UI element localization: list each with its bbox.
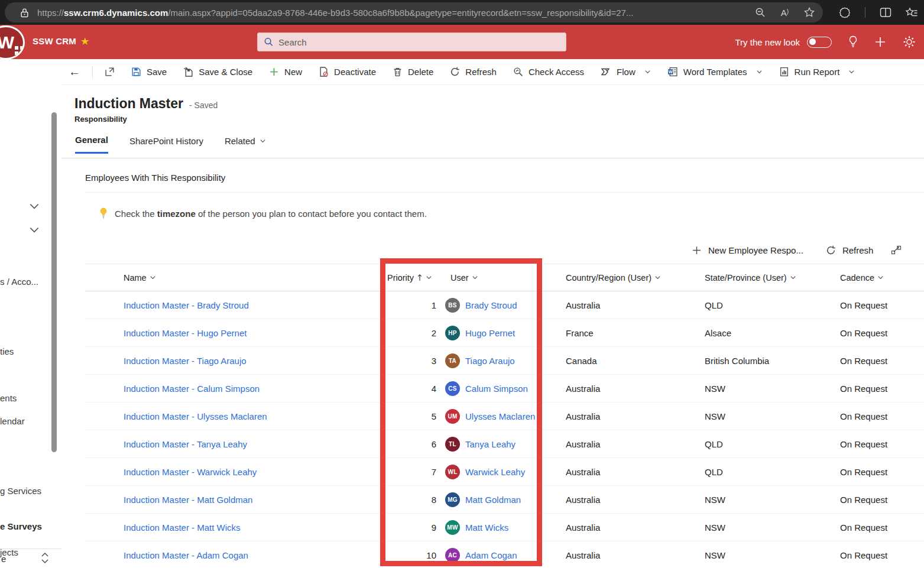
- refresh-icon: [450, 67, 460, 77]
- record-name-link[interactable]: Induction Master - Matt Wicks: [124, 522, 241, 533]
- table-row: Induction Master - Tiago Araujo 3 TA Tia…: [85, 347, 924, 375]
- state-value: QLD: [701, 467, 837, 477]
- user-link[interactable]: Matt Goldman: [465, 495, 521, 505]
- entity-label: Responsibility: [74, 115, 127, 124]
- area-switcher-label[interactable]: e: [1, 554, 6, 564]
- back-button[interactable]: ←: [61, 65, 89, 79]
- table-row: Induction Master - Calum Simpson 4 CS Ca…: [85, 375, 924, 403]
- record-name-link[interactable]: Induction Master - Ulysses Maclaren: [124, 411, 267, 421]
- chevron-down-icon: [644, 69, 651, 75]
- sidebar-scrollbar[interactable]: [51, 112, 57, 452]
- table-row: Induction Master - Tanya Leahy 6 TL Tany…: [85, 430, 924, 458]
- delete-button[interactable]: Delete: [384, 59, 442, 85]
- priority-value: 6: [378, 439, 437, 449]
- table-row: Induction Master - Ulysses Maclaren 5 UM…: [85, 403, 924, 430]
- record-name-link[interactable]: Induction Master - Hugo Pernet: [124, 328, 247, 338]
- country-value: Australia: [562, 439, 701, 449]
- command-label: Word Templates: [683, 67, 747, 77]
- sidebar-item[interactable]: lendar: [0, 416, 25, 426]
- new-look-toggle[interactable]: [807, 37, 832, 48]
- ssw-logo[interactable]: W: [0, 25, 25, 60]
- split-screen-icon[interactable]: [880, 7, 891, 18]
- sidebar-item[interactable]: s / Acco...: [0, 277, 38, 287]
- record-name-link[interactable]: Induction Master - Matt Goldman: [124, 495, 252, 505]
- chevron-down-icon[interactable]: [28, 223, 41, 236]
- user-link[interactable]: Tiago Araujo: [465, 356, 515, 366]
- refresh-button[interactable]: Refresh: [442, 59, 505, 85]
- expand-grid-icon[interactable]: [891, 245, 902, 255]
- command-label: Save: [147, 67, 167, 77]
- check-access-button[interactable]: Check Access: [505, 59, 592, 85]
- user-link[interactable]: Hugo Pernet: [465, 328, 515, 338]
- search-icon: [264, 37, 274, 47]
- user-avatar: BS: [445, 298, 460, 313]
- section-title: Employees With This Responsibility: [85, 173, 225, 183]
- command-label: New: [284, 67, 302, 77]
- sidebar-item[interactable]: g Services: [0, 486, 41, 496]
- column-header-cadence[interactable]: Cadence: [837, 273, 924, 283]
- record-name-link[interactable]: Induction Master - Adam Cogan: [124, 550, 248, 560]
- record-name-link[interactable]: Induction Master - Tiago Araujo: [124, 356, 247, 366]
- user-avatar: CS: [445, 381, 460, 396]
- favorites-bar-icon[interactable]: [906, 7, 918, 18]
- form-tabs: General SharePoint History Related: [75, 135, 266, 154]
- employees-subgrid: Name Priority User Country/Region (User)…: [85, 264, 924, 568]
- user-link[interactable]: Brady Stroud: [465, 300, 517, 310]
- star-icon: ★: [81, 36, 89, 46]
- deactivate-button[interactable]: Deactivate: [310, 59, 384, 85]
- subgrid-refresh-button[interactable]: Refresh: [826, 245, 874, 255]
- search-input[interactable]: [278, 37, 560, 47]
- tab-sharepoint-history[interactable]: SharePoint History: [129, 135, 203, 154]
- lightbulb-icon[interactable]: [848, 35, 858, 48]
- column-header-priority[interactable]: Priority: [378, 273, 437, 283]
- chevron-down-icon[interactable]: [28, 200, 41, 213]
- popout-icon[interactable]: [96, 67, 123, 77]
- favorite-star-icon[interactable]: [804, 7, 815, 18]
- command-label: Run Report: [795, 67, 840, 77]
- new-employee-responsibility-button[interactable]: New Employee Respo...: [692, 245, 803, 255]
- new-button[interactable]: New: [261, 59, 310, 85]
- app-name[interactable]: SSW CRM★: [33, 36, 89, 47]
- user-link[interactable]: Tanya Leahy: [465, 439, 516, 449]
- area-switcher-icon[interactable]: [39, 551, 51, 565]
- gear-icon[interactable]: [903, 35, 916, 48]
- sidebar-item[interactable]: ties: [0, 346, 14, 356]
- state-value: British Columbia: [701, 356, 837, 366]
- priority-value: 1: [378, 300, 437, 310]
- sidebar-item[interactable]: ents: [0, 393, 17, 403]
- tab-related[interactable]: Related: [225, 135, 266, 154]
- column-header-country[interactable]: Country/Region (User): [562, 273, 701, 283]
- run-report-button[interactable]: Run Report: [771, 59, 864, 85]
- word-templates-button[interactable]: WWord Templates: [659, 59, 771, 85]
- user-link[interactable]: Adam Cogan: [465, 550, 517, 560]
- priority-value: 2: [378, 328, 437, 338]
- user-link[interactable]: Ulysses Maclaren: [465, 411, 535, 421]
- read-aloud-icon[interactable]: A): [781, 8, 789, 18]
- user-link[interactable]: Matt Wicks: [465, 522, 508, 533]
- user-link[interactable]: Warwick Leahy: [465, 467, 525, 477]
- table-header-row: Name Priority User Country/Region (User)…: [85, 264, 924, 291]
- lightbulb-icon: [99, 207, 108, 219]
- column-header-state[interactable]: State/Province (User): [701, 273, 837, 283]
- save-and-close-button[interactable]: Save & Close: [175, 59, 261, 85]
- extensions-icon[interactable]: [839, 7, 851, 18]
- flow-button[interactable]: Flow: [592, 59, 659, 85]
- chevron-down-icon: [848, 69, 855, 75]
- sidebar-item[interactable]: e Surveys: [0, 521, 42, 531]
- table-row: Induction Master - Adam Cogan 10 AC Adam…: [85, 541, 924, 568]
- save-button[interactable]: Save: [123, 59, 175, 85]
- record-name-link[interactable]: Induction Master - Brady Stroud: [124, 300, 249, 310]
- column-header-user[interactable]: User: [437, 273, 562, 283]
- record-name-link[interactable]: Induction Master - Tanya Leahy: [124, 439, 247, 449]
- plus-icon[interactable]: [874, 36, 886, 48]
- tab-general[interactable]: General: [75, 135, 108, 154]
- zoom-out-icon[interactable]: [755, 7, 766, 18]
- record-name-link[interactable]: Induction Master - Calum Simpson: [124, 384, 260, 394]
- deactivate-icon: [319, 67, 329, 77]
- user-link[interactable]: Calum Simpson: [465, 384, 528, 394]
- divider: [85, 192, 924, 193]
- global-search[interactable]: [257, 33, 566, 51]
- address-bar[interactable]: https://ssw.crm6.dynamics.com/main.aspx?…: [5, 2, 823, 22]
- column-header-name[interactable]: Name: [85, 273, 378, 283]
- record-name-link[interactable]: Induction Master - Warwick Leahy: [124, 467, 257, 477]
